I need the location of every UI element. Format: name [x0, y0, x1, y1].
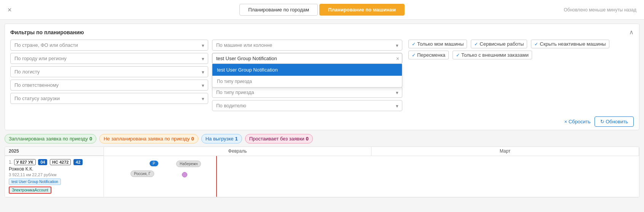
trip-type-select[interactable]: По типу приезда: [212, 87, 402, 98]
checkbox-service[interactable]: ✓ Сервисные работы: [471, 40, 527, 48]
row-number: 1.: [9, 159, 13, 165]
city-select[interactable]: По городу или региону: [10, 53, 208, 64]
collapse-button[interactable]: ∧: [629, 29, 634, 36]
refresh-button[interactable]: ↻ Обновить: [595, 116, 634, 127]
gantt-month-mar: Март: [371, 147, 639, 156]
event-russia[interactable]: Россия, Г: [131, 171, 154, 177]
filter-actions: × Сбросить ↻ Обновить: [10, 114, 634, 127]
filters-header: Фильтры по планированию ∧: [10, 29, 634, 36]
checkbox-my-machines[interactable]: ✓ Только мои машины: [408, 40, 467, 48]
filters-title: Фильтры по планированию: [10, 29, 84, 35]
dropdown-item-0[interactable]: test User Group Notification: [212, 64, 402, 76]
dropdown-item-1[interactable]: По типу приезда: [212, 76, 402, 87]
event-r[interactable]: Р: [150, 161, 158, 166]
tag-elektronika[interactable]: ЭлектроникаAccount: [9, 186, 51, 194]
load-status-select[interactable]: По статусу загрузки: [10, 93, 208, 104]
search-dropdown: test User Group Notification По типу при…: [212, 64, 402, 88]
filters-panel: Фильтры по планированию ∧ По стране, ФО …: [5, 24, 639, 130]
filters-grid: По стране, ФО или области По городу или …: [10, 40, 634, 111]
gantt-months: Февраль Март: [104, 147, 639, 156]
gantt-right-header: Февраль Март: [104, 147, 639, 156]
updated-text: Обновлено меньше минуты назад: [564, 7, 636, 13]
event-naberezh[interactable]: Набережн: [176, 161, 201, 167]
car-plate-num-1: 04: [38, 159, 47, 165]
search-input-wrapper: × test User Group Notification По типу п…: [212, 53, 402, 64]
badge-planned[interactable]: Запланирована заявка по приезду 0: [5, 134, 96, 143]
checkbox-shift[interactable]: ✓ Пересменка: [408, 51, 449, 59]
driver-select[interactable]: По водителю: [212, 100, 402, 111]
tab-cities[interactable]: Планирование по городам: [239, 4, 318, 16]
car-plate-1: У 827 УК: [14, 159, 36, 165]
driver-select-wrapper: По водителю: [212, 100, 402, 111]
gantt-area: 2025 Февраль Март 1. У 827 УК 04 НС 4272…: [5, 147, 639, 198]
badge-not-planned[interactable]: Не запланирована заявка по приезду 0: [99, 134, 198, 143]
gantt-year-label: 2025: [5, 147, 104, 156]
country-select[interactable]: По стране, ФО или области: [10, 40, 208, 51]
trip-type-select-wrapper: По типу приезда: [212, 87, 402, 98]
filter-col-2: По машине или колонне × test User Group …: [212, 40, 402, 111]
gantt-row-left: 1. У 827 УК 04 НС 4272 42 Рожков К.К. 3 …: [5, 156, 104, 197]
gantt-row: 1. У 827 УК 04 НС 4272 42 Рожков К.К. 3 …: [5, 156, 639, 197]
gantt-left-header: 2025: [5, 147, 104, 156]
top-bar: × Планирование по городам Планирование п…: [0, 0, 644, 20]
event-purple[interactable]: [182, 172, 187, 177]
responsible-select-wrapper: По ответственному: [10, 80, 208, 91]
tag-user-group[interactable]: test User Group Notification: [9, 179, 61, 185]
badge-idle[interactable]: Простаивает без заявки 0: [245, 134, 313, 143]
car-stats: 3 922,11 км 22,27 руб/км: [9, 172, 100, 177]
machine-col-select[interactable]: По машине или колонне: [212, 40, 402, 51]
red-line: [216, 156, 217, 197]
tab-machines[interactable]: Планирование по машинам: [319, 4, 405, 16]
responsible-select[interactable]: По ответственному: [10, 80, 208, 91]
car-plate-num-2: 42: [73, 159, 83, 165]
car-plate-2: НС 4272: [50, 159, 71, 165]
gantt-row-right: Р Набережн Россия, Г: [104, 156, 639, 197]
checkbox-row-1: ✓ Только мои машины ✓ Сервисные работы ✓…: [408, 40, 634, 48]
city-select-wrapper: По городу или региону: [10, 53, 208, 64]
gantt-month-feb: Февраль: [104, 147, 371, 156]
close-button[interactable]: ×: [8, 6, 12, 14]
checkbox-hide-inactive[interactable]: ✓ Скрыть неактивные машины: [531, 40, 609, 48]
logist-select[interactable]: По логисту: [10, 66, 208, 77]
logist-select-wrapper: По логисту: [10, 66, 208, 77]
country-select-wrapper: По стране, ФО или области: [10, 40, 208, 51]
machine-col-select-wrapper: По машине или колонне: [212, 40, 402, 51]
row-top: 1. У 827 УК 04 НС 4272 42: [9, 159, 100, 165]
clear-search-button[interactable]: ×: [396, 56, 399, 62]
load-status-select-wrapper: По статусу загрузки: [10, 93, 208, 104]
checkboxes-col: ✓ Только мои машины ✓ Сервисные работы ✓…: [406, 40, 634, 111]
checkbox-external[interactable]: ✓ Только с внешними заказами: [453, 51, 532, 59]
checkbox-row-2: ✓ Пересменка ✓ Только с внешними заказам…: [408, 51, 634, 59]
search-input[interactable]: [212, 53, 402, 64]
driver-name: Рожков К.К.: [9, 166, 100, 172]
filter-col-1: По стране, ФО или области По городу или …: [10, 40, 208, 111]
badge-unloading[interactable]: На выгрузке 1: [201, 134, 242, 143]
reset-button[interactable]: × Сбросить: [564, 116, 591, 127]
car-tags: test User Group Notification Электроника…: [9, 179, 100, 194]
status-badges: Запланирована заявка по приезду 0 Не зап…: [5, 134, 639, 143]
gantt-header: 2025 Февраль Март: [5, 147, 639, 156]
tab-group: Планирование по городам Планирование по …: [239, 4, 405, 16]
